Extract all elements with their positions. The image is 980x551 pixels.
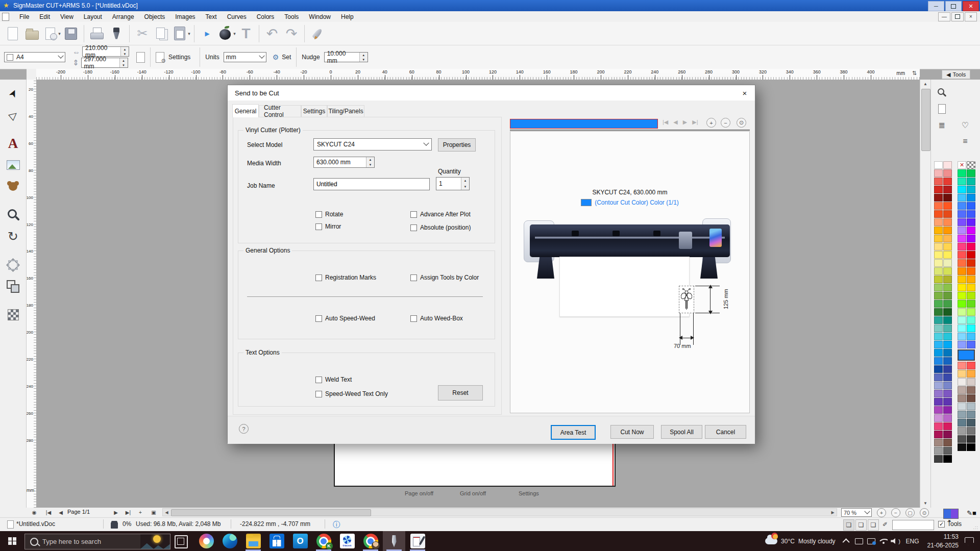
color-swatch[interactable]: [943, 186, 952, 193]
color-swatch[interactable]: [934, 333, 943, 340]
checkbox-box[interactable]: [315, 377, 322, 383]
color-swatch[interactable]: [943, 202, 952, 210]
settings-button[interactable]: Settings: [168, 54, 190, 61]
tool-cube-button[interactable]: [4, 255, 23, 274]
checkbox-box[interactable]: [410, 224, 417, 231]
color-swatch[interactable]: [934, 455, 943, 463]
color-swatch[interactable]: [943, 267, 952, 275]
color-swatch[interactable]: [934, 194, 943, 202]
preview-last-button[interactable]: ▶|: [692, 119, 698, 126]
fill-color-indicator[interactable]: [943, 509, 959, 519]
color-swatch[interactable]: [943, 210, 952, 218]
preview-zoom-out-button[interactable]: −: [721, 118, 730, 128]
toolbar-vectorize-button[interactable]: ▾: [217, 23, 236, 44]
color-swatch[interactable]: [967, 218, 975, 226]
import-dropdown-arrow[interactable]: ▾: [58, 31, 61, 36]
menu-layout[interactable]: Layout: [79, 12, 107, 21]
color-swatch[interactable]: [958, 243, 966, 251]
page-options-button[interactable]: ▣: [149, 508, 158, 516]
color-swatch[interactable]: [943, 300, 952, 308]
color-swatch[interactable]: [943, 316, 952, 324]
color-swatch[interactable]: [943, 365, 952, 373]
preview-pan-button[interactable]: ⊙: [737, 118, 746, 128]
color-swatch[interactable]: [967, 316, 975, 324]
checkbox-absolute-position[interactable]: Absolute (position): [410, 224, 471, 231]
nudge-stepper[interactable]: 10.000 mm ▲▼: [324, 52, 368, 62]
menu-help[interactable]: Help: [336, 12, 359, 21]
next-page-button[interactable]: ▶: [111, 508, 120, 516]
weather-widget[interactable]: 1 30°C Mostly cloudy: [760, 531, 841, 551]
color-swatch[interactable]: [967, 178, 975, 185]
pan-button[interactable]: ⊙: [920, 508, 929, 517]
toolbar-new-document-button[interactable]: [3, 23, 22, 44]
help-icon[interactable]: ?: [239, 424, 249, 434]
tools-panel-tab[interactable]: ◀ Tools: [942, 70, 970, 79]
color-swatch[interactable]: [943, 398, 952, 406]
color-swatch[interactable]: [958, 300, 966, 308]
language-indicator[interactable]: ENG: [902, 538, 923, 545]
meet-now-icon[interactable]: [853, 531, 865, 551]
color-swatch[interactable]: [934, 178, 943, 185]
color-swatch[interactable]: [958, 235, 966, 242]
color-swatch[interactable]: [934, 292, 943, 299]
color-swatch[interactable]: [967, 300, 975, 308]
color-swatch[interactable]: [967, 427, 975, 435]
page-preview-button[interactable]: ◉: [30, 508, 39, 516]
taskbar-app-chrome-face[interactable]: [359, 531, 382, 551]
color-swatch[interactable]: [943, 455, 952, 463]
color-swatch[interactable]: [967, 419, 975, 427]
page-size-select[interactable]: A4: [4, 52, 65, 62]
color-swatch[interactable]: [967, 324, 975, 332]
preview-first-button[interactable]: |◀: [663, 119, 668, 126]
color-swatch[interactable]: [943, 284, 952, 291]
spool-all-button[interactable]: Spool All: [661, 425, 702, 439]
color-swatch[interactable]: [967, 443, 975, 451]
color-swatch[interactable]: [943, 178, 952, 185]
snap-grid-button[interactable]: ❏: [855, 519, 867, 531]
mdi-close-button[interactable]: ×: [965, 12, 977, 21]
canvas-settings-label[interactable]: Settings: [519, 490, 539, 496]
cast-icon[interactable]: [865, 531, 877, 551]
color-swatch[interactable]: [967, 394, 975, 402]
tool-node-edit-button[interactable]: [4, 105, 23, 124]
color-swatch[interactable]: [934, 316, 943, 324]
color-swatch[interactable]: [943, 406, 952, 414]
color-swatch[interactable]: [958, 411, 966, 418]
color-swatch[interactable]: [967, 210, 975, 218]
color-swatch[interactable]: [943, 431, 952, 438]
color-swatch[interactable]: [934, 349, 943, 357]
color-swatch[interactable]: [967, 235, 975, 242]
color-swatch[interactable]: [934, 365, 943, 373]
color-swatch[interactable]: [943, 390, 952, 397]
tab-tiling-panels[interactable]: Tiling/Panels: [327, 105, 364, 117]
zoom-out-button[interactable]: −: [891, 508, 900, 517]
menu-view[interactable]: View: [55, 12, 79, 21]
scroll-right-button[interactable]: ▶: [829, 509, 837, 516]
color-swatch[interactable]: [967, 284, 975, 291]
status-input[interactable]: [892, 520, 934, 530]
color-swatch[interactable]: [958, 308, 966, 316]
color-swatch[interactable]: [958, 394, 966, 402]
color-swatch[interactable]: [934, 447, 943, 455]
color-swatch[interactable]: [958, 386, 966, 394]
toolbar-plot-button[interactable]: [107, 23, 126, 44]
ruler-arrows-icon[interactable]: ⇅: [912, 70, 917, 77]
color-swatch[interactable]: [943, 251, 952, 259]
color-swatch[interactable]: [943, 357, 952, 365]
page-onoff-label[interactable]: Page on/off: [405, 490, 433, 496]
color-swatch[interactable]: [943, 341, 952, 348]
scroll-up-button[interactable]: ▲: [920, 80, 930, 88]
color-swatch[interactable]: [958, 194, 966, 202]
color-swatch[interactable]: [934, 382, 943, 389]
color-swatch[interactable]: [967, 259, 975, 267]
color-swatch[interactable]: [958, 259, 966, 267]
scroll-down-button[interactable]: ▼: [920, 499, 930, 508]
color-swatch[interactable]: [958, 218, 966, 226]
preview-color-strip[interactable]: [510, 119, 658, 129]
previous-page-button[interactable]: ◀: [56, 508, 65, 516]
color-swatch[interactable]: [943, 333, 952, 340]
zoom-tool-icon[interactable]: [935, 86, 948, 99]
color-swatch[interactable]: [934, 161, 943, 169]
taskbar-app-copilot[interactable]: [195, 531, 217, 551]
color-swatch[interactable]: [934, 324, 943, 332]
